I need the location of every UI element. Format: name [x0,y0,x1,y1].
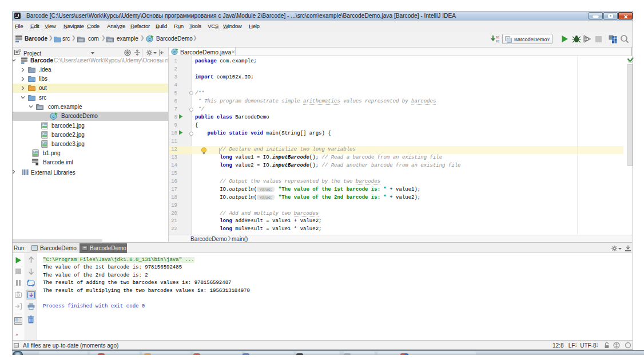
svg-text:c: c [53,114,55,119]
svg-text:c: c [149,37,151,42]
svg-text:01: 01 [496,40,500,44]
svg-text:01: 01 [496,35,500,40]
svg-text:c: c [173,49,176,54]
